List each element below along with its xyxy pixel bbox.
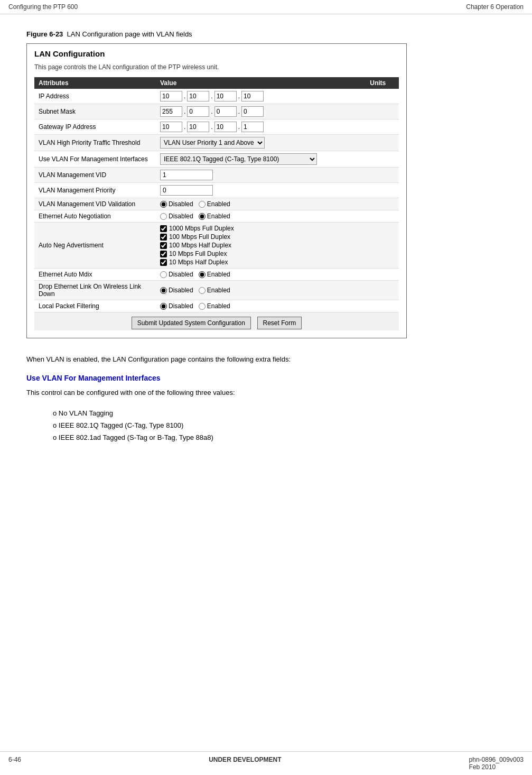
- radio-input[interactable]: [160, 303, 167, 310]
- attr-cell: Local Packet Filtering: [34, 300, 156, 312]
- table-row: Local Packet FilteringDisabledEnabled: [34, 300, 399, 312]
- radio-input[interactable]: [199, 213, 206, 220]
- checkbox-option-label: 100 Mbps Full Duplex: [169, 233, 230, 241]
- radio-label[interactable]: Enabled: [199, 200, 230, 208]
- value-cell[interactable]: ...: [156, 119, 366, 135]
- radio-option-label: Enabled: [207, 302, 230, 310]
- text-input[interactable]: [160, 185, 213, 196]
- table-row: VLAN High Priority Traffic ThresholdVLAN…: [34, 135, 399, 151]
- radio-label[interactable]: Enabled: [199, 213, 230, 220]
- value-cell[interactable]: DisabledEnabled: [156, 281, 366, 300]
- table-row: Drop Ethernet Link On Wireless Link Down…: [34, 281, 399, 300]
- col-value: Value: [156, 77, 366, 89]
- checkbox-input[interactable]: [160, 225, 167, 232]
- value-cell[interactable]: DisabledEnabled: [156, 300, 366, 312]
- checkbox-input[interactable]: [160, 234, 167, 241]
- radio-input[interactable]: [199, 287, 206, 294]
- figure-label: Figure 6-23: [26, 30, 63, 38]
- config-select[interactable]: No VLAN TaggingIEEE 802.1Q Tagged (C-Tag…: [160, 153, 317, 165]
- radio-label[interactable]: Disabled: [160, 271, 193, 278]
- value-cell[interactable]: No VLAN TaggingIEEE 802.1Q Tagged (C-Tag…: [156, 151, 366, 168]
- table-row: VLAN Management VID: [34, 168, 399, 183]
- attr-cell: Ethernet Auto Mdix: [34, 269, 156, 281]
- value-cell[interactable]: ...: [156, 104, 366, 119]
- ip-separator: .: [238, 123, 240, 131]
- radio-input[interactable]: [160, 271, 167, 278]
- units-cell: [366, 269, 399, 281]
- radio-input[interactable]: [160, 201, 167, 208]
- list-item: No VLAN Tagging: [48, 407, 506, 419]
- ip-octet-input[interactable]: [214, 106, 237, 117]
- figure-caption: Figure 6-23 LAN Configuration page with …: [26, 30, 506, 38]
- col-units: Units: [366, 77, 399, 89]
- checkbox-label[interactable]: 10 Mbps Half Duplex: [160, 259, 361, 266]
- checkbox-input[interactable]: [160, 251, 167, 257]
- checkbox-option-label: 10 Mbps Full Duplex: [169, 250, 227, 257]
- radio-label[interactable]: Disabled: [160, 200, 193, 208]
- units-cell: [366, 151, 399, 168]
- attr-cell: Auto Neg Advertisment: [34, 223, 156, 269]
- list-item: IEEE 802.1ad Tagged (S-Tag or B-Tag, Typ…: [48, 431, 506, 444]
- intro-text: When VLAN is enabled, the LAN Configurat…: [26, 354, 506, 365]
- table-row: Gateway IP Address...: [34, 119, 399, 135]
- ip-octet-input[interactable]: [241, 106, 264, 117]
- units-cell: [366, 300, 399, 312]
- units-cell: [366, 104, 399, 119]
- ip-octet-input[interactable]: [160, 122, 182, 132]
- ip-group: ...: [160, 106, 361, 117]
- radio-input[interactable]: [160, 213, 167, 220]
- ip-group: ...: [160, 122, 361, 132]
- value-cell[interactable]: DisabledEnabled: [156, 269, 366, 281]
- submit-button[interactable]: Submit Updated System Configuration: [132, 317, 251, 329]
- checkbox-input[interactable]: [160, 259, 167, 266]
- config-select[interactable]: VLAN User Priority 1 and AboveVLAN User …: [160, 137, 265, 149]
- ip-octet-input[interactable]: [187, 91, 209, 102]
- lan-config-desc: This page controls the LAN configuration…: [34, 63, 399, 71]
- radio-label[interactable]: Enabled: [199, 302, 230, 310]
- checkbox-label[interactable]: 1000 Mbps Full Duplex: [160, 225, 361, 232]
- checkbox-label[interactable]: 100 Mbps Full Duplex: [160, 233, 361, 241]
- checkbox-label[interactable]: 10 Mbps Full Duplex: [160, 250, 361, 257]
- radio-label[interactable]: Enabled: [199, 287, 230, 294]
- lan-config-title: LAN Configuration: [34, 49, 399, 58]
- ip-octet-input[interactable]: [241, 91, 264, 102]
- value-cell[interactable]: DisabledEnabled: [156, 210, 366, 223]
- radio-input[interactable]: [199, 201, 206, 208]
- ip-separator: .: [184, 108, 185, 115]
- units-cell: [366, 281, 399, 300]
- ip-octet-input[interactable]: [160, 91, 182, 102]
- radio-option-label: Enabled: [207, 213, 230, 220]
- ip-separator: .: [238, 108, 240, 115]
- value-cell[interactable]: [156, 183, 366, 198]
- checkbox-label[interactable]: 100 Mbps Half Duplex: [160, 242, 361, 249]
- text-input[interactable]: [160, 170, 213, 180]
- radio-option-label: Disabled: [169, 271, 193, 278]
- ip-octet-input[interactable]: [187, 106, 209, 117]
- ip-octet-input[interactable]: [187, 122, 209, 132]
- ip-group: ...: [160, 91, 361, 102]
- buttons-row: Submit Updated System Configuration Rese…: [34, 312, 399, 330]
- radio-label[interactable]: Disabled: [160, 302, 193, 310]
- value-cell[interactable]: 1000 Mbps Full Duplex100 Mbps Full Duple…: [156, 223, 366, 269]
- reset-button[interactable]: Reset Form: [257, 317, 302, 329]
- ip-octet-input[interactable]: [214, 91, 237, 102]
- units-cell: [366, 168, 399, 183]
- value-cell[interactable]: VLAN User Priority 1 and AboveVLAN User …: [156, 135, 366, 151]
- ip-octet-input[interactable]: [160, 106, 182, 117]
- footer-center: UNDER DEVELOPMENT: [209, 756, 281, 771]
- checkbox-input[interactable]: [160, 242, 167, 249]
- attr-cell: VLAN Management VID: [34, 168, 156, 183]
- radio-input[interactable]: [199, 303, 206, 310]
- radio-label[interactable]: Disabled: [160, 287, 193, 294]
- checkbox-option-label: 1000 Mbps Full Duplex: [169, 225, 234, 232]
- radio-input[interactable]: [199, 271, 206, 278]
- radio-label[interactable]: Enabled: [199, 271, 230, 278]
- value-cell[interactable]: ...: [156, 89, 366, 104]
- radio-input[interactable]: [160, 287, 167, 294]
- value-cell[interactable]: DisabledEnabled: [156, 198, 366, 210]
- value-cell[interactable]: [156, 168, 366, 183]
- ip-octet-input[interactable]: [214, 122, 237, 132]
- ip-octet-input[interactable]: [241, 122, 264, 132]
- radio-label[interactable]: Disabled: [160, 213, 193, 220]
- ip-separator: .: [184, 93, 185, 100]
